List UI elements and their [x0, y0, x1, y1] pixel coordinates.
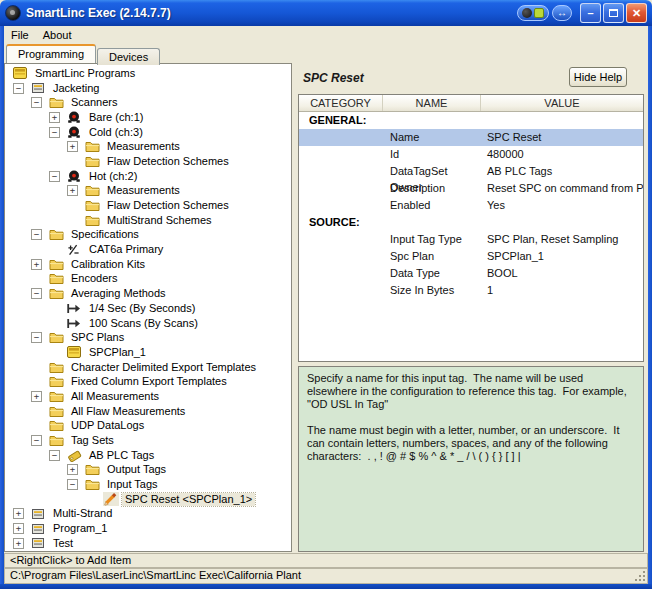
tree-item[interactable]: CAT6a Primary [5, 242, 291, 257]
avg-icon [67, 316, 83, 330]
menu-item-file[interactable]: File [4, 27, 36, 43]
property-name: Data Type [383, 265, 481, 282]
folder-icon [85, 478, 101, 492]
property-name: Description [383, 180, 481, 197]
grid-category-row[interactable]: SOURCE: [299, 214, 643, 231]
category-label: GENERAL: [299, 112, 383, 129]
tree-item[interactable]: Character Delimited Export Templates [5, 360, 291, 375]
collapse-icon[interactable]: − [49, 171, 60, 182]
tree-item[interactable]: −Averaging Methods [5, 286, 291, 301]
tree-item[interactable]: SPCPlan_1 [5, 345, 291, 360]
expand-icon[interactable]: + [49, 112, 60, 123]
grid-row[interactable]: NameSPC Reset [299, 129, 643, 146]
expand-icon[interactable]: + [67, 185, 78, 196]
tree-item[interactable]: +Bare (ch:1) [5, 110, 291, 125]
detail-panel: SPC Reset Hide Help CATEGORY NAME VALUE … [296, 62, 648, 552]
collapse-icon[interactable]: − [31, 288, 42, 299]
tree-item[interactable]: SmartLinc Programs [5, 66, 291, 81]
tree-item[interactable]: MultiStrand Schemes [5, 213, 291, 228]
tab-programming[interactable]: Programming [6, 44, 96, 63]
tree-item[interactable]: Flaw Detection Schemes [5, 154, 291, 169]
maximize-button[interactable] [603, 3, 624, 23]
tree-item-label: Fixed Column Export Templates [68, 375, 230, 388]
tree-item[interactable]: +All Measurements [5, 389, 291, 404]
grid-row[interactable]: Spc PlanSPCPlan_1 [299, 248, 643, 265]
status-capsule-icon [517, 5, 549, 21]
category-label: SOURCE: [299, 214, 383, 231]
collapse-icon[interactable]: − [13, 83, 24, 94]
tree-item[interactable]: −Tag Sets [5, 433, 291, 448]
program-icon [31, 507, 47, 521]
tree-item-label: Multi-Strand [50, 507, 115, 520]
tree-item[interactable]: Flaw Detection Schemes [5, 198, 291, 213]
tree-item-label: Scanners [68, 96, 120, 109]
grid-row[interactable]: Input Tag TypeSPC Plan, Reset Sampling [299, 231, 643, 248]
detail-title: SPC Reset [303, 71, 364, 85]
tree-item[interactable]: SPC Reset <SPCPlan_1> [5, 492, 291, 507]
tree-item[interactable]: −AB PLC Tags [5, 448, 291, 463]
tree-item[interactable]: +Multi-Strand [5, 507, 291, 522]
property-grid[interactable]: CATEGORY NAME VALUE GENERAL:NameSPC Rese… [298, 94, 644, 362]
hide-help-button[interactable]: Hide Help [569, 67, 627, 87]
expand-icon[interactable]: + [31, 391, 42, 402]
titlebar[interactable]: SmartLinc Exec (2.14.7.7) ↔ – ✕ [0, 0, 652, 26]
collapse-icon[interactable]: − [31, 435, 42, 446]
expand-icon[interactable]: + [13, 538, 24, 549]
expand-icon[interactable]: + [67, 141, 78, 152]
grid-row[interactable]: Data TypeBOOL [299, 265, 643, 282]
tree-item[interactable]: +Calibration Kits [5, 257, 291, 272]
close-button[interactable]: ✕ [626, 3, 647, 23]
expand-icon[interactable]: + [31, 259, 42, 270]
grid-row[interactable]: Id480000 [299, 146, 643, 163]
minimize-button[interactable]: – [580, 3, 601, 23]
tree-item[interactable]: +Test [5, 536, 291, 551]
property-value: SPC Reset [481, 129, 643, 146]
folder-icon [49, 96, 65, 110]
collapse-icon[interactable]: − [31, 97, 42, 108]
folder-icon [49, 287, 65, 301]
tree-item[interactable]: +Measurements [5, 184, 291, 199]
app-window: SmartLinc Exec (2.14.7.7) ↔ – ✕ FileAbou… [0, 0, 652, 589]
tree-item[interactable]: −Jacketing [5, 81, 291, 96]
tree-item[interactable]: −Hot (ch:2) [5, 169, 291, 184]
grid-row[interactable]: DescriptionReset SPC on command from PLC [299, 180, 643, 197]
tree-item[interactable]: −Scanners [5, 95, 291, 110]
tree-item[interactable]: +Measurements [5, 139, 291, 154]
property-value: SPCPlan_1 [481, 248, 643, 265]
collapse-icon[interactable]: − [31, 332, 42, 343]
tree-item[interactable]: +Program_1 [5, 521, 291, 536]
expand-icon[interactable]: + [13, 508, 24, 519]
property-value: SPC Plan, Reset Sampling [481, 231, 643, 248]
tree-item[interactable]: Fixed Column Export Templates [5, 374, 291, 389]
expand-icon[interactable]: + [13, 523, 24, 534]
tree-item[interactable]: −Input Tags [5, 477, 291, 492]
collapse-icon[interactable]: − [31, 229, 42, 240]
tree-item[interactable]: 1/4 Sec (By Seconds) [5, 301, 291, 316]
tree-item[interactable]: All Flaw Measurements [5, 404, 291, 419]
tree-item[interactable]: Encoders [5, 272, 291, 287]
grid-row[interactable]: EnabledYes [299, 197, 643, 214]
collapse-icon[interactable]: − [67, 479, 78, 490]
tree-item[interactable]: UDP DataLogs [5, 419, 291, 434]
grid-row[interactable]: DataTagSet OwnerAB PLC Tags [299, 163, 643, 180]
column-header-category[interactable]: CATEGORY [299, 95, 383, 111]
folder-icon [85, 463, 101, 477]
expand-icon[interactable]: + [67, 464, 78, 475]
grid-category-row[interactable]: GENERAL: [299, 112, 643, 129]
titlebar-custom-widget: ↔ [517, 5, 572, 21]
resize-grip[interactable] [633, 569, 646, 582]
column-header-value[interactable]: VALUE [481, 95, 643, 111]
tab-devices[interactable]: Devices [97, 48, 160, 65]
tree-item[interactable]: −Cold (ch:3) [5, 125, 291, 140]
tree-item[interactable]: +Output Tags [5, 463, 291, 478]
grid-row[interactable]: Size In Bytes1 [299, 282, 643, 299]
tree-item[interactable]: −SPC Plans [5, 330, 291, 345]
app-icon [5, 5, 21, 21]
menu-item-about[interactable]: About [36, 27, 79, 43]
collapse-icon[interactable]: − [49, 450, 60, 461]
collapse-icon[interactable]: − [49, 127, 60, 138]
tree-item[interactable]: −Specifications [5, 228, 291, 243]
column-header-name[interactable]: NAME [383, 95, 481, 111]
tree-item[interactable]: 100 Scans (By Scans) [5, 316, 291, 331]
tree-panel[interactable]: SmartLinc Programs−Jacketing−Scanners+Ba… [4, 63, 292, 552]
